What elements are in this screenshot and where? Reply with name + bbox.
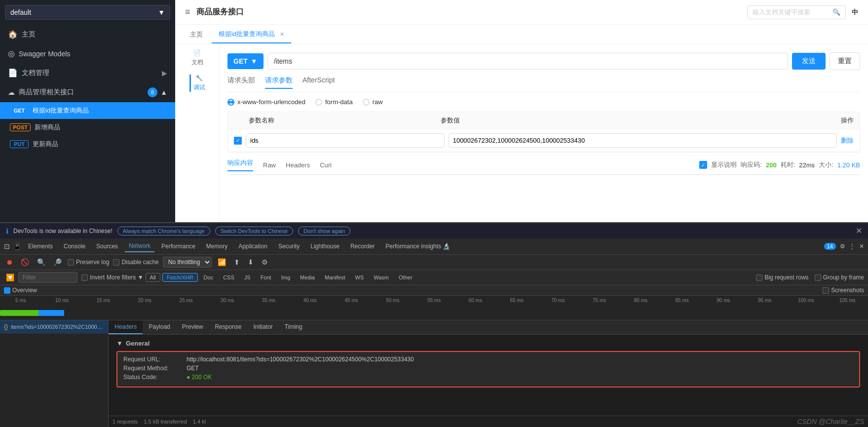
radio-raw[interactable]: raw: [363, 98, 383, 106]
big-rows-checkbox[interactable]: [756, 274, 762, 281]
settings-icon[interactable]: ⚙: [840, 243, 845, 250]
throttle-select[interactable]: No throttling: [163, 257, 212, 268]
overview-label[interactable]: Overview: [4, 287, 37, 294]
screenshots-checkbox[interactable]: [823, 287, 829, 294]
req-tab-headers[interactable]: 请求头部: [227, 76, 255, 89]
sidebar-item-home[interactable]: 🏠 主页: [0, 25, 175, 44]
sidebar-api-post-add[interactable]: POST 新增商品: [0, 119, 175, 136]
banner-btn-3[interactable]: Don't show again: [298, 227, 350, 235]
lang-toggle[interactable]: 中: [852, 8, 858, 17]
settings-network-icon[interactable]: ⚙: [260, 257, 270, 267]
method-select[interactable]: GET ▼: [227, 53, 264, 69]
close-devtools-icon[interactable]: ✕: [859, 243, 864, 250]
api-name-batch: 根据id批量查询商品: [33, 106, 89, 115]
tab-close-icon[interactable]: ✕: [280, 31, 284, 37]
sidebar-api-put-update[interactable]: PUT 更新商品: [0, 136, 175, 153]
url-details-box: Request URL: http://localhost:8081/items…: [116, 351, 860, 388]
invert-checkbox[interactable]: [81, 274, 88, 281]
radio-urlencoded[interactable]: x-www-form-urlencoded: [227, 98, 305, 106]
devtools-tab-application[interactable]: Application: [234, 241, 271, 252]
sidebar-item-swagger[interactable]: ◎ Swagger Models: [0, 44, 175, 63]
resp-tab-headers[interactable]: Headers: [286, 161, 310, 169]
devtools-tab-elements[interactable]: Elements: [24, 241, 57, 252]
sidebar-select[interactable]: default ▼: [5, 5, 170, 20]
detail-tab-initiator[interactable]: Initiator: [247, 320, 278, 334]
resp-tab-raw[interactable]: Raw: [263, 161, 276, 169]
url-input[interactable]: [267, 53, 788, 70]
api-sidebar-docs[interactable]: 📄 文档: [191, 49, 203, 67]
big-rows-label[interactable]: Big request rows: [756, 274, 808, 281]
upload-icon: ⬆: [232, 257, 242, 267]
pill-wasm[interactable]: Wasm: [370, 273, 393, 281]
disable-cache-label[interactable]: Disable cache: [113, 259, 158, 266]
tab-batch-query[interactable]: 根据id批量查询商品 ✕: [212, 26, 291, 43]
detail-tab-timing[interactable]: Timing: [279, 320, 308, 334]
csdn-watermark: CSDN @Charlie__ZS: [797, 418, 864, 426]
devtools-tab-network[interactable]: Network: [125, 240, 154, 252]
search-network-icon[interactable]: 🔎: [51, 257, 64, 267]
devtools-tab-sources[interactable]: Sources: [92, 241, 122, 252]
request-item-0[interactable]: {} items?ids=100002672302%2C10000...: [0, 320, 108, 334]
banner-btn-1[interactable]: Always match Chrome's language: [117, 227, 210, 235]
devtools-tab-security[interactable]: Security: [274, 241, 303, 252]
resp-tab-content[interactable]: 响应内容: [227, 158, 253, 171]
pill-js[interactable]: JS: [240, 273, 255, 281]
req-tab-params[interactable]: 请求参数: [265, 76, 293, 89]
sidebar-item-docs[interactable]: 📄 文档管理 ▶: [0, 63, 175, 82]
more-filters-btn[interactable]: More filters ▼: [107, 274, 144, 281]
pill-doc[interactable]: Doc: [200, 273, 218, 281]
preserve-log-checkbox[interactable]: [68, 259, 74, 266]
detail-tab-response[interactable]: Response: [209, 320, 247, 334]
banner-btn-2[interactable]: Switch DevTools to Chinese: [215, 227, 293, 235]
sidebar-api-get-batch[interactable]: GET 根据id批量查询商品: [0, 102, 175, 119]
banner-close-icon[interactable]: ✕: [856, 226, 862, 235]
param-name-input[interactable]: [246, 133, 445, 148]
send-button[interactable]: 发送: [792, 53, 826, 70]
devtools-tab-performance[interactable]: Performance: [157, 241, 199, 252]
disable-cache-checkbox[interactable]: [113, 259, 119, 266]
more-icon[interactable]: ⋮: [849, 243, 855, 250]
pill-other[interactable]: Other: [395, 273, 416, 281]
resp-tab-curl[interactable]: Curl: [320, 161, 332, 169]
devtools-tab-memory[interactable]: Memory: [202, 241, 231, 252]
sidebar-section-products[interactable]: ☁ 商品管理相关接口 8 ▲: [0, 82, 175, 102]
request-detail: Headers Payload Preview Response Initiat…: [109, 320, 868, 427]
request-url-value: http://localhost:8081/items?ids=10000267…: [187, 356, 414, 363]
api-sidebar-debug[interactable]: 🔧 调试: [189, 75, 205, 92]
detail-tab-preview[interactable]: Preview: [176, 320, 209, 334]
group-by-frame-label[interactable]: Group by frame: [815, 274, 864, 281]
row-checkbox[interactable]: ✓: [234, 137, 242, 145]
screenshots-label[interactable]: Screenshots: [823, 287, 864, 294]
hamburger-icon[interactable]: ≡: [185, 7, 190, 17]
radio-formdata[interactable]: form-data: [315, 98, 353, 106]
pill-ws[interactable]: WS: [351, 273, 368, 281]
filter-toggle-icon[interactable]: 🔍: [35, 257, 47, 267]
tab-home[interactable]: 主页: [183, 26, 210, 43]
search-box[interactable]: 输入文档关键字搜索 🔍: [747, 5, 846, 19]
overview-checkbox[interactable]: [4, 287, 10, 294]
pill-fetch-xhr[interactable]: Fetch/XHR: [162, 273, 198, 282]
devtools-tab-recorder[interactable]: Recorder: [346, 241, 378, 252]
record-icon[interactable]: ⏺: [4, 257, 15, 267]
invert-label[interactable]: Invert: [81, 274, 105, 281]
pill-img[interactable]: Img: [277, 273, 294, 281]
pill-font[interactable]: Font: [257, 273, 275, 281]
detail-tab-payload[interactable]: Payload: [143, 320, 176, 334]
preserve-log-label[interactable]: Preserve log: [68, 259, 109, 266]
delete-button[interactable]: 删除: [841, 136, 854, 145]
devtools-tab-console[interactable]: Console: [60, 241, 89, 252]
devtools-tab-perf-insights[interactable]: Performance insights 🔬: [381, 241, 454, 252]
pill-all[interactable]: All: [146, 273, 160, 282]
param-value-input[interactable]: [449, 133, 837, 148]
show-desc-checkbox[interactable]: ✓: [699, 161, 707, 169]
detail-tab-headers[interactable]: Headers: [109, 320, 143, 334]
clear-icon[interactable]: 🚫: [19, 257, 31, 267]
pill-media[interactable]: Media: [296, 273, 319, 281]
devtools-tab-lighthouse[interactable]: Lighthouse: [306, 241, 343, 252]
req-tab-afterscript[interactable]: AfterScript: [302, 76, 335, 89]
filter-input[interactable]: [18, 272, 77, 283]
group-by-frame-checkbox[interactable]: [815, 274, 821, 281]
pill-css[interactable]: CSS: [219, 273, 238, 281]
pill-manifest[interactable]: Manifest: [321, 273, 349, 281]
reset-button[interactable]: 重置: [830, 52, 860, 70]
